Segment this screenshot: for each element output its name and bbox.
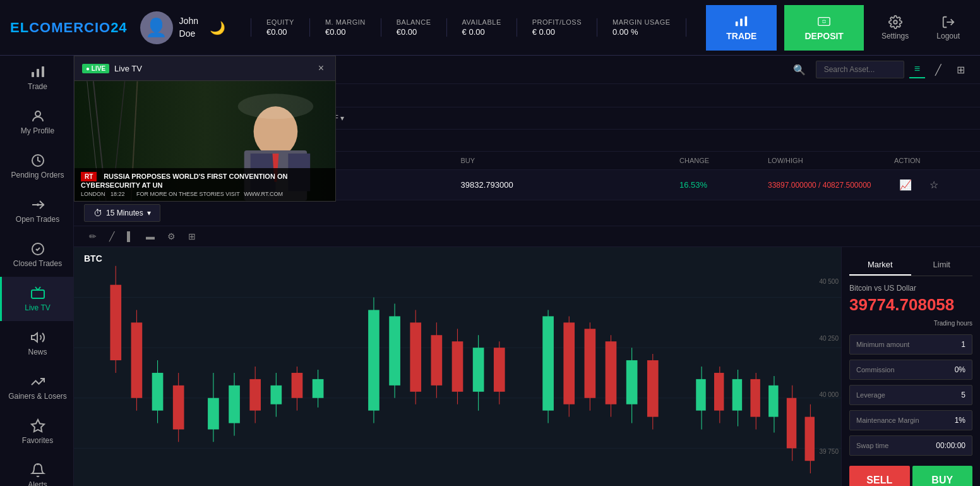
live-indicator: ● LIVE bbox=[82, 64, 109, 73]
svg-rect-9 bbox=[42, 66, 44, 77]
sidebar-item-label: My Profile bbox=[21, 126, 54, 135]
search-input[interactable] bbox=[816, 61, 904, 78]
search-button[interactable]: 🔍 bbox=[788, 61, 811, 78]
svg-rect-76 bbox=[563, 322, 575, 404]
user-name: John Doe bbox=[179, 15, 198, 40]
user-area: 👤 John Doe 🌙 bbox=[140, 11, 225, 44]
header-stats: EQUITY €0.00 M. MARGIN €0.00 BALANCE €0.… bbox=[251, 18, 693, 37]
change-value: 16.53% bbox=[679, 180, 768, 190]
sidebar-item-gainers-losers[interactable]: Gainers & Losers bbox=[0, 365, 73, 410]
sidebar-item-live-tv[interactable]: Live TV bbox=[0, 277, 73, 321]
deposit-button[interactable]: DEPOSIT bbox=[784, 5, 863, 51]
swap-time-field: Swap time 00:00:00 bbox=[849, 435, 972, 456]
trade-button[interactable]: TRADE bbox=[706, 5, 777, 51]
candlestick-chart bbox=[74, 247, 841, 486]
tab-limit[interactable]: Limit bbox=[911, 255, 973, 276]
live-tv-close-button[interactable]: × bbox=[314, 61, 328, 75]
timeframe-button[interactable]: ⏱ 15 Minutes ▾ bbox=[84, 204, 160, 222]
min-amount-label: Minimum amount bbox=[856, 341, 909, 348]
commission-field: Commission 0% bbox=[849, 360, 972, 380]
svg-rect-0 bbox=[736, 21, 738, 26]
expand-button[interactable]: ⊞ bbox=[183, 229, 201, 244]
live-tv-title: Live TV bbox=[114, 64, 309, 73]
action-icons: 📈 ☆ bbox=[894, 176, 970, 193]
trade-tabs: Market Limit bbox=[849, 255, 972, 276]
svg-rect-90 bbox=[732, 379, 742, 411]
header: ELCOMERCIO24 👤 John Doe 🌙 EQUITY €0.00 M… bbox=[0, 0, 980, 56]
theme-toggle-icon[interactable]: 🌙 bbox=[210, 20, 225, 35]
svg-rect-1 bbox=[741, 18, 743, 26]
chart-main: BTC bbox=[74, 247, 980, 486]
swap-time-value: 00:00:00 bbox=[936, 441, 965, 450]
svg-rect-42 bbox=[131, 322, 143, 398]
svg-rect-15 bbox=[32, 290, 44, 298]
logout-button[interactable]: Logout bbox=[926, 10, 970, 46]
maintenance-margin-field: Maintenance Margin 1% bbox=[849, 410, 972, 430]
sidebar-item-alerts[interactable]: Alerts bbox=[0, 454, 73, 486]
available-stat: AVAILABLE € 0.00 bbox=[447, 18, 517, 37]
svg-point-31 bbox=[238, 94, 313, 119]
svg-rect-98 bbox=[805, 417, 815, 461]
line-chart-button[interactable]: ╱ bbox=[104, 229, 119, 244]
balance-stat: BALANCE €0.00 bbox=[381, 18, 447, 37]
buy-price: 39832.793000 bbox=[461, 180, 680, 190]
sidebar-item-pending-orders[interactable]: Pending Orders bbox=[0, 144, 73, 188]
svg-rect-68 bbox=[452, 341, 463, 392]
leverage-field: Leverage 5 bbox=[849, 385, 972, 405]
live-tv-video: RT RUSSIA PROPOSES WORLD'S FIRST CONVENT… bbox=[75, 81, 335, 201]
sidebar-item-label: Open Trades bbox=[16, 215, 59, 224]
area-chart-button[interactable]: ▬ bbox=[141, 229, 160, 244]
grid-view-button[interactable]: ⊞ bbox=[952, 61, 970, 78]
svg-rect-62 bbox=[389, 316, 400, 385]
right-panel: Market Limit Bitcoin vs US Dollar 39774.… bbox=[841, 247, 980, 486]
min-amount-value: 1 bbox=[961, 340, 965, 349]
high-value: 40827.500000 bbox=[823, 181, 871, 190]
sell-buy-buttons: SELL BUY bbox=[849, 466, 972, 486]
trading-hours: Trading hours bbox=[849, 320, 972, 327]
commission-label: Commission bbox=[856, 366, 895, 374]
chart-extra-toolbar: ✏ ╱ ▌ ▬ ⚙ ⊞ bbox=[74, 226, 980, 247]
svg-rect-82 bbox=[626, 360, 638, 404]
tab-market[interactable]: Market bbox=[849, 255, 911, 276]
sell-button[interactable]: SELL bbox=[849, 466, 910, 486]
sidebar-item-news[interactable]: News bbox=[0, 321, 73, 365]
live-tv-popup: ● LIVE Live TV × bbox=[74, 56, 336, 202]
video-placeholder: RT RUSSIA PROPOSES WORLD'S FIRST CONVENT… bbox=[75, 81, 335, 201]
buy-button[interactable]: BUY bbox=[912, 466, 973, 486]
svg-rect-80 bbox=[606, 341, 617, 404]
sidebar-item-trade[interactable]: Trade bbox=[0, 56, 73, 100]
list-view-button[interactable]: ≡ bbox=[909, 61, 925, 78]
svg-rect-72 bbox=[494, 348, 505, 392]
sidebar-item-favorites[interactable]: Favorites bbox=[0, 410, 73, 454]
draw-button[interactable]: ✏ bbox=[84, 229, 102, 244]
maintenance-margin-label: Maintenance Margin bbox=[856, 416, 919, 424]
current-price: 39774.708058 bbox=[849, 295, 972, 315]
settings-button[interactable]: Settings bbox=[871, 10, 919, 46]
minimum-amount-field: Minimum amount 1 bbox=[849, 334, 972, 355]
favorite-action-button[interactable]: ☆ bbox=[924, 176, 943, 193]
svg-rect-44 bbox=[152, 373, 164, 411]
sidebar-item-closed-trades[interactable]: Closed Trades bbox=[0, 233, 73, 277]
news-time: 18:22 bbox=[111, 191, 125, 197]
sidebar-item-open-trades[interactable]: Open Trades bbox=[0, 188, 73, 233]
svg-rect-70 bbox=[473, 348, 484, 392]
sidebar-item-label: Closed Trades bbox=[13, 259, 62, 268]
chart-settings-button[interactable]: ⚙ bbox=[162, 229, 181, 244]
svg-rect-8 bbox=[37, 69, 39, 77]
chart-symbol-label: BTC bbox=[84, 253, 102, 264]
sidebar-item-label: Pending Orders bbox=[11, 171, 64, 179]
live-tv-header: ● LIVE Live TV × bbox=[75, 56, 335, 81]
maintenance-margin-value: 1% bbox=[955, 416, 965, 425]
svg-rect-58 bbox=[313, 379, 324, 398]
sidebar-item-label: Live TV bbox=[25, 303, 50, 312]
svg-rect-84 bbox=[647, 360, 659, 417]
news-headline: RUSSIA PROPOSES WORLD'S FIRST CONVENTION… bbox=[81, 173, 287, 189]
chart-action-button[interactable]: 📈 bbox=[894, 176, 917, 193]
sidebar-item-my-profile[interactable]: My Profile bbox=[0, 100, 73, 144]
bar-chart-button[interactable]: ▌ bbox=[122, 229, 138, 244]
sidebar-item-label: Gainers & Losers bbox=[8, 392, 67, 401]
svg-rect-60 bbox=[368, 310, 379, 410]
sidebar-item-label: News bbox=[28, 348, 47, 356]
leverage-label: Leverage bbox=[856, 391, 885, 399]
chart-view-button[interactable]: ╱ bbox=[930, 61, 947, 78]
